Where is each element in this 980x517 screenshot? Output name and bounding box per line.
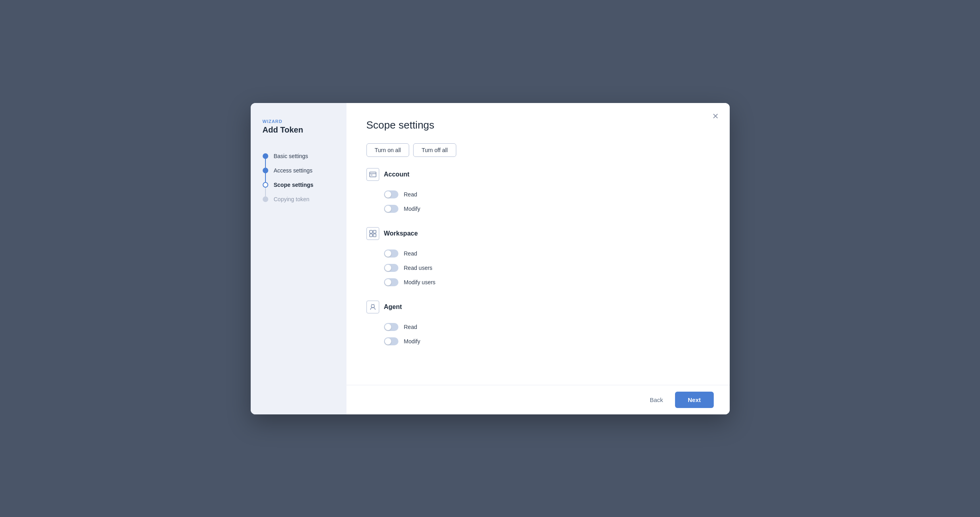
step-basic: Basic settings <box>263 149 335 163</box>
agent-icon <box>366 301 379 313</box>
page-title: Scope settings <box>366 119 710 131</box>
step-dot-basic <box>263 153 268 159</box>
account-read-label: Read <box>404 191 417 198</box>
turn-off-all-button[interactable]: Turn off all <box>413 143 456 157</box>
workspace-read-users-label: Read users <box>404 265 433 271</box>
svg-rect-5 <box>370 234 372 237</box>
workspace-section-header: Workspace <box>366 227 710 240</box>
svg-rect-3 <box>370 230 372 233</box>
account-section-header: Account <box>366 168 710 181</box>
wizard-label: WIZARD <box>263 119 335 124</box>
svg-rect-4 <box>373 230 376 233</box>
agent-read-toggle[interactable] <box>384 323 398 331</box>
actions-row: Turn on all Turn off all <box>366 143 710 157</box>
account-section-title: Account <box>384 171 410 178</box>
account-icon <box>366 168 379 181</box>
step-line-3 <box>265 186 266 198</box>
step-label-access: Access settings <box>274 167 313 174</box>
agent-read-row: Read <box>366 320 710 334</box>
workspace-icon <box>366 227 379 240</box>
step-label-scope: Scope settings <box>274 182 314 188</box>
next-button[interactable]: Next <box>675 392 714 408</box>
agent-section-title: Agent <box>384 303 402 311</box>
step-dot-scope <box>263 182 268 188</box>
agent-modify-row: Modify <box>366 334 710 349</box>
agent-section: Agent Read Modify <box>366 301 710 349</box>
step-dot-copying <box>263 196 268 202</box>
step-line-2 <box>265 172 266 183</box>
sidebar: WIZARD Add Token Basic settings Access s… <box>251 103 346 414</box>
agent-read-label: Read <box>404 324 417 330</box>
workspace-modify-users-row: Modify users <box>366 275 710 289</box>
agent-section-header: Agent <box>366 301 710 313</box>
svg-rect-6 <box>373 234 376 237</box>
main-content: ✕ Scope settings Turn on all Turn off al… <box>346 103 730 414</box>
account-modify-label: Modify <box>404 206 420 212</box>
workspace-modify-users-toggle[interactable] <box>384 278 398 286</box>
account-modify-row: Modify <box>366 202 710 216</box>
account-read-row: Read <box>366 187 710 202</box>
step-scope: Scope settings <box>263 178 335 192</box>
turn-on-all-button[interactable]: Turn on all <box>366 143 410 157</box>
step-label-copying: Copying token <box>274 196 310 202</box>
wizard-title: Add Token <box>263 125 335 135</box>
workspace-read-label: Read <box>404 250 417 257</box>
footer: Back Next <box>346 385 730 414</box>
steps-list: Basic settings Access settings Scope set… <box>263 149 335 206</box>
agent-modify-label: Modify <box>404 338 420 345</box>
workspace-section-title: Workspace <box>384 230 418 237</box>
workspace-read-users-toggle[interactable] <box>384 264 398 272</box>
account-section: Account Read Modify <box>366 168 710 216</box>
step-copying: Copying token <box>263 192 335 206</box>
svg-rect-0 <box>370 172 376 177</box>
workspace-read-users-row: Read users <box>366 261 710 275</box>
modal-dialog: WIZARD Add Token Basic settings Access s… <box>251 103 730 414</box>
workspace-read-row: Read <box>366 246 710 261</box>
content-area: Scope settings Turn on all Turn off all … <box>346 103 730 385</box>
close-button[interactable]: ✕ <box>710 110 722 122</box>
step-access: Access settings <box>263 163 335 178</box>
account-modify-toggle[interactable] <box>384 205 398 213</box>
agent-modify-toggle[interactable] <box>384 337 398 345</box>
account-read-toggle[interactable] <box>384 190 398 198</box>
back-button[interactable]: Back <box>643 392 669 407</box>
step-label-basic: Basic settings <box>274 153 308 159</box>
workspace-modify-users-label: Modify users <box>404 279 436 285</box>
step-line-1 <box>265 158 266 169</box>
workspace-read-toggle[interactable] <box>384 250 398 258</box>
workspace-section: Workspace Read Read users Modify users <box>366 227 710 289</box>
step-dot-access <box>263 168 268 173</box>
